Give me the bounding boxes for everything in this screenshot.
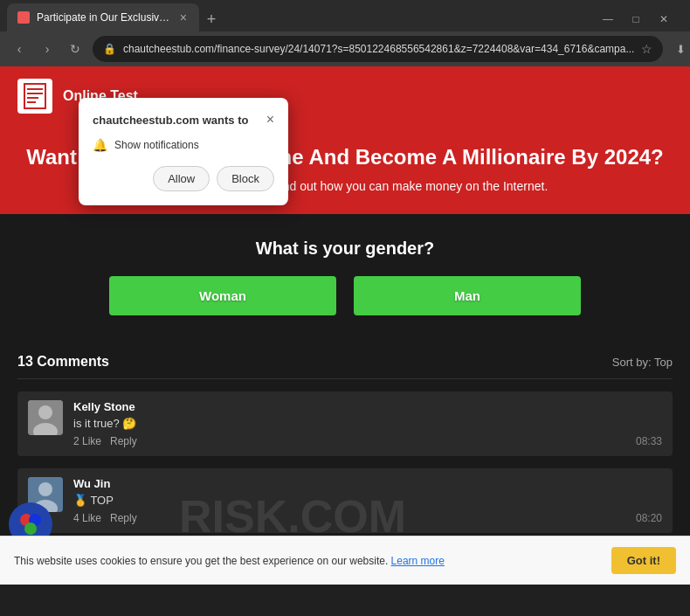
comments-count: 13 Comments [17,354,109,370]
notification-popup: chautcheestub.com wants to × 🔔 Show noti… [79,98,288,205]
comment-item: Kelly Stone is it true? 🤔 2 Like Reply 0… [17,391,673,456]
download-icon[interactable]: ⬇ [668,37,690,61]
address-bar-row: ‹ › ↻ 🔒 chautcheestub.com/finance-survey… [0,31,690,66]
comment-actions: 2 Like Reply 08:33 [73,435,662,447]
toolbar-right: ⬇ 👤 ⋮ [668,37,690,61]
header-logo [17,79,52,114]
survey-section: What is your gender? Woman Man [0,214,690,340]
reply-button[interactable]: Reply [110,512,137,524]
comment-content: Kelly Stone is it true? 🤔 2 Like Reply 0… [73,400,662,447]
tab-favicon [17,11,30,24]
commenter-name: Kelly Stone [73,400,662,413]
cookie-banner: This website uses cookies to ensure you … [0,536,690,585]
svg-point-9 [38,482,52,496]
comment-text: is it true? 🤔 [73,417,662,430]
ssl-icon: 🔒 [103,43,116,55]
svg-rect-0 [24,84,45,108]
browser-tab[interactable]: Participate in Our Exclusive Onl... × [7,3,199,31]
address-bar[interactable]: 🔒 chautcheestub.com/finance-survey/24/14… [93,36,663,62]
bookmark-icon[interactable]: ☆ [641,42,652,56]
survey-buttons: Woman Man [26,276,664,315]
comment-time: 08:33 [636,435,662,447]
back-button[interactable]: ‹ [7,37,31,61]
notification-title: chautcheestub.com wants to [93,114,248,127]
new-tab-button[interactable]: + [199,7,224,31]
comments-header: 13 Comments Sort by: Top [17,354,673,379]
close-window-button[interactable]: ✕ [652,7,676,31]
forward-button[interactable]: › [35,37,59,61]
maximize-button[interactable]: □ [624,7,648,31]
refresh-button[interactable]: ↻ [63,37,87,61]
tab-close-button[interactable]: × [178,9,189,26]
cookie-text: This website uses cookies to ensure you … [14,555,601,567]
allow-button[interactable]: Allow [153,166,210,191]
tab-bar: Participate in Our Exclusive Onl... × + … [0,0,690,31]
man-button[interactable]: Man [354,276,581,315]
cookie-message: This website uses cookies to ensure you … [14,555,388,567]
woman-button[interactable]: Woman [109,276,336,315]
notification-popup-header: chautcheestub.com wants to × [93,112,274,128]
comment-item: Wu Jin 🥇 TOP 4 Like Reply 08:20 [17,468,673,533]
svg-point-6 [38,405,52,419]
nav-buttons: ‹ › ↻ [7,37,87,61]
url-text: chautcheestub.com/finance-survey/24/1407… [123,43,634,55]
comment-text: 🥇 TOP [73,494,662,507]
browser-chrome: Participate in Our Exclusive Onl... × + … [0,0,690,66]
block-button[interactable]: Block [217,166,274,191]
reply-button[interactable]: Reply [110,435,137,447]
like-button[interactable]: 4 Like [73,512,101,524]
commenter-name: Wu Jin [73,477,662,490]
svg-point-16 [24,523,37,535]
comment-actions: 4 Like Reply 08:20 [73,512,662,524]
notification-buttons: Allow Block [93,166,274,191]
notification-close-button[interactable]: × [266,112,274,128]
minimize-button[interactable]: — [596,7,620,31]
notification-item: 🔔 Show notifications [93,138,274,152]
comments-sort[interactable]: Sort by: Top [612,356,673,369]
got-it-button[interactable]: Got it! [611,547,676,574]
survey-question: What is your gender? [26,239,664,259]
learn-more-link[interactable]: Learn more [391,555,445,567]
comment-content: Wu Jin 🥇 TOP 4 Like Reply 08:20 [73,477,662,524]
comment-time: 08:20 [636,512,662,524]
notification-item-text: Show notifications [114,139,199,151]
bell-icon: 🔔 [93,138,107,152]
avatar [28,400,63,435]
tab-title: Participate in Our Exclusive Onl... [37,11,171,24]
like-button[interactable]: 2 Like [73,435,101,447]
